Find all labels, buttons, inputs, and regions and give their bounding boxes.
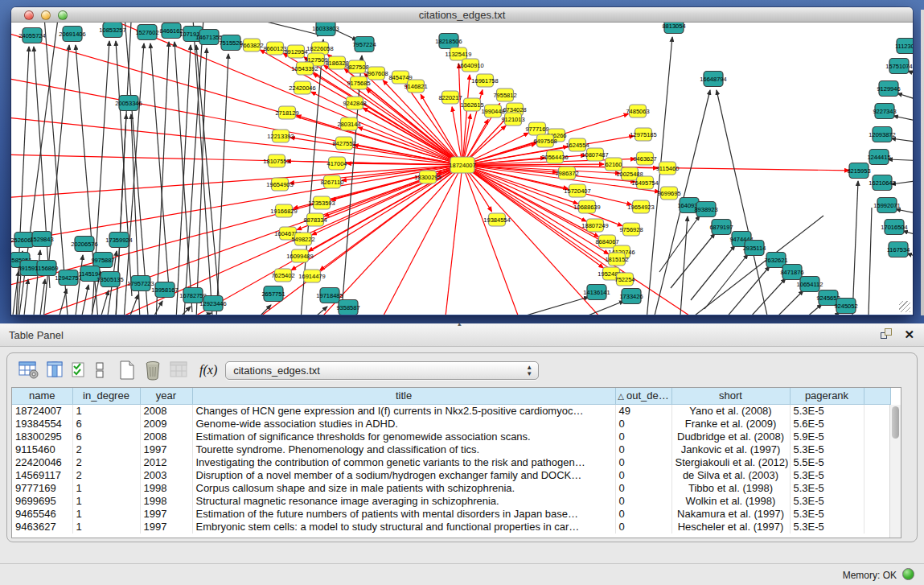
cell-name[interactable]: 22420046	[12, 456, 72, 469]
cell-in_degree[interactable]: 6	[72, 418, 140, 431]
cell-in_degree[interactable]: 2	[72, 469, 140, 482]
cell-short[interactable]: Tibbo et al. (1998)	[671, 482, 790, 495]
cell-_filler[interactable]	[864, 431, 890, 443]
table-settings-icon[interactable]	[18, 360, 39, 380]
column-header-year[interactable]: year	[140, 388, 192, 404]
memory-status-icon[interactable]	[902, 568, 914, 580]
cell-pagerank[interactable]: 5.6E-5	[790, 418, 864, 431]
float-panel-icon[interactable]	[881, 328, 893, 340]
column-header-out_degree[interactable]: △out_de…	[615, 388, 671, 404]
cell-title[interactable]: Tourette syndrome. Phenomenology and cla…	[192, 443, 615, 456]
column-header-title[interactable]: title	[192, 388, 615, 404]
cell-in_degree[interactable]: 1	[72, 521, 140, 534]
cell-out_degree[interactable]: 0	[615, 495, 671, 508]
cell-_filler[interactable]	[864, 482, 890, 495]
cell-name[interactable]: 18724007	[12, 404, 72, 418]
table-row[interactable]: 911546021997Tourette syndrome. Phenomeno…	[12, 443, 890, 456]
new-table-icon[interactable]	[118, 360, 136, 381]
table-row[interactable]: 1456911722003Disruption of a novel membe…	[12, 469, 890, 482]
table-row[interactable]: 946362711997Embryonic stem cells: a mode…	[12, 521, 890, 534]
column-header-pagerank[interactable]: pagerank	[790, 388, 864, 404]
cell-year[interactable]: 2008	[140, 431, 192, 443]
cell-year[interactable]: 1997	[140, 443, 192, 456]
column-header-short[interactable]: short	[671, 388, 790, 404]
cell-year[interactable]: 2003	[140, 469, 192, 482]
cell-_filler[interactable]	[864, 418, 890, 431]
cell-_filler[interactable]	[864, 456, 890, 469]
cell-pagerank[interactable]: 5.3E-5	[790, 482, 864, 495]
network-canvas[interactable]: 2405572420691406108532571527602846616210…	[11, 23, 913, 315]
cell-pagerank[interactable]: 5.3E-5	[790, 404, 864, 418]
cell-out_degree[interactable]: 0	[615, 482, 671, 495]
column-header-in_degree[interactable]: in_degree	[72, 388, 140, 404]
cell-title[interactable]: Changes of HCN gene expression and I(f) …	[192, 404, 615, 418]
cell-title[interactable]: Corpus callosum shape and size in male p…	[192, 482, 615, 495]
cell-in_degree[interactable]: 1	[72, 482, 140, 495]
cell-pagerank[interactable]: 5.3E-5	[790, 508, 864, 521]
cell-out_degree[interactable]: 0	[615, 469, 671, 482]
cell-pagerank[interactable]: 5.9E-5	[790, 431, 864, 443]
table-row[interactable]: 969969511998Structural magnetic resonanc…	[12, 495, 890, 508]
cell-out_degree[interactable]: 0	[615, 521, 671, 534]
close-panel-icon[interactable]: ✕	[904, 328, 914, 340]
cell-out_degree[interactable]: 0	[615, 443, 671, 456]
cell-year[interactable]: 1997	[140, 508, 192, 521]
table-row[interactable]: 1938455462009Genome-wide association stu…	[12, 418, 890, 431]
cell-title[interactable]: Investigating the contribution of common…	[192, 456, 615, 469]
canvas-resize-grip[interactable]	[899, 301, 910, 312]
cell-pagerank[interactable]: 5.3E-5	[790, 495, 864, 508]
column-header-name[interactable]: name	[12, 388, 72, 404]
cell-year[interactable]: 2012	[140, 456, 192, 469]
row-height-icon[interactable]	[95, 360, 105, 380]
table-row[interactable]: 1830029562008Estimation of significance …	[12, 431, 890, 443]
cell-year[interactable]: 1997	[140, 521, 192, 534]
cell-pagerank[interactable]: 5.5E-5	[790, 456, 864, 469]
cell-short[interactable]: Hescheler et al. (1997)	[671, 521, 790, 534]
cell-out_degree[interactable]: 0	[615, 508, 671, 521]
cell-title[interactable]: Structural magnetic resonance image aver…	[192, 495, 615, 508]
cell-short[interactable]: de Silva et al. (2003)	[671, 469, 790, 482]
table-row[interactable]: 946554611997Estimation of the future num…	[12, 508, 890, 521]
cell-year[interactable]: 1998	[140, 482, 192, 495]
citation-network-graph[interactable]: 2405572420691406108532571527602846616210…	[11, 23, 913, 315]
cell-short[interactable]: Jankovic et al. (1997)	[671, 443, 790, 456]
cell-in_degree[interactable]: 1	[72, 508, 140, 521]
cell-title[interactable]: Estimation of significance thresholds fo…	[192, 431, 615, 443]
cell-title[interactable]: Embryonic stem cells: a model to study s…	[192, 521, 615, 534]
cell-_filler[interactable]	[864, 443, 890, 456]
cell-out_degree[interactable]: 49	[615, 404, 671, 418]
node-table-grid[interactable]: namein_degreeyeartitle△out_de…shortpager…	[12, 388, 891, 534]
cell-out_degree[interactable]: 0	[615, 431, 671, 443]
cell-title[interactable]: Disruption of a novel member of a sodium…	[192, 469, 615, 482]
cell-name[interactable]: 14569117	[12, 469, 72, 482]
cell-name[interactable]: 19384554	[12, 418, 72, 431]
cell-out_degree[interactable]: 0	[615, 456, 671, 469]
cell-year[interactable]: 2008	[140, 404, 192, 418]
cell-pagerank[interactable]: 5.3E-5	[790, 521, 864, 534]
cell-_filler[interactable]	[864, 508, 890, 521]
cell-short[interactable]: Nakamura et al. (1997)	[671, 508, 790, 521]
cell-in_degree[interactable]: 2	[72, 456, 140, 469]
cell-name[interactable]: 9463627	[12, 521, 72, 534]
cell-short[interactable]: Franke et al. (2009)	[671, 418, 790, 431]
cell-name[interactable]: 9465546	[12, 508, 72, 521]
cell-in_degree[interactable]: 1	[72, 495, 140, 508]
network-window-titlebar[interactable]: citations_edges.txt	[11, 7, 913, 23]
cell-short[interactable]: Yano et al. (2008)	[671, 404, 790, 418]
show-columns-icon[interactable]	[47, 360, 64, 380]
cell-in_degree[interactable]: 1	[72, 404, 140, 418]
cell-in_degree[interactable]: 2	[72, 443, 140, 456]
cell-_filler[interactable]	[864, 521, 890, 534]
cell-year[interactable]: 1998	[140, 495, 192, 508]
cell-out_degree[interactable]: 0	[615, 418, 671, 431]
cell-_filler[interactable]	[864, 469, 890, 482]
table-vertical-scrollbar[interactable]	[889, 405, 901, 538]
scrollbar-thumb[interactable]	[892, 406, 899, 439]
cell-short[interactable]: Wolkin et al. (1998)	[671, 495, 790, 508]
function-builder-icon[interactable]: f(x)	[199, 363, 217, 377]
cell-title[interactable]: Genome-wide association studies in ADHD.	[192, 418, 615, 431]
table-row[interactable]: 1872400712008Changes of HCN gene express…	[12, 404, 890, 418]
node-table[interactable]: namein_degreeyeartitle△out_de…shortpager…	[11, 387, 901, 538]
table-select-dropdown[interactable]: citations_edges.txt ▲▼	[225, 361, 539, 380]
cell-_filler[interactable]	[864, 495, 890, 508]
